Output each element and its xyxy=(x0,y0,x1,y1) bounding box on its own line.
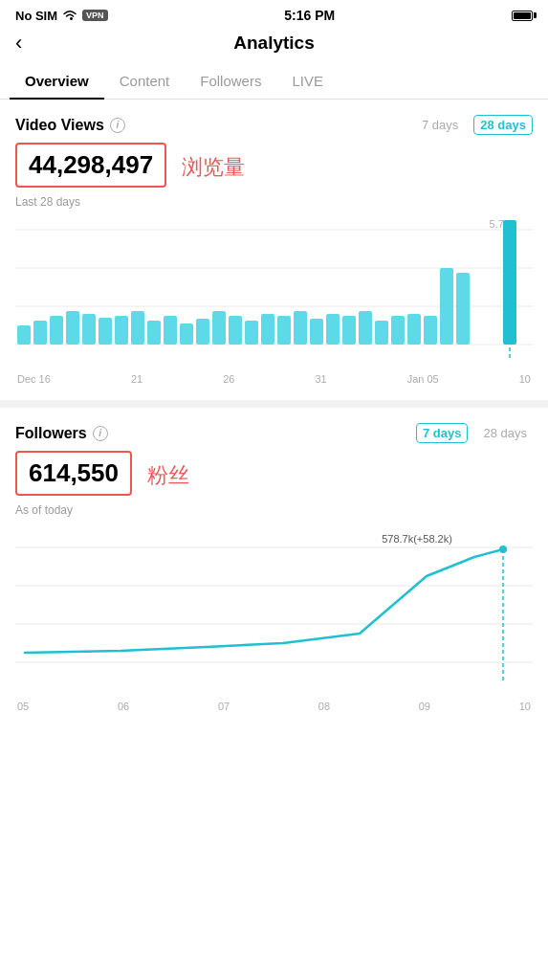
svg-rect-29 xyxy=(407,314,421,345)
tab-content[interactable]: Content xyxy=(104,63,186,99)
video-views-header: Video Views i 7 days 28 days xyxy=(15,115,533,135)
status-bar: No SIM VPN 5:16 PM xyxy=(0,0,548,27)
svg-rect-5 xyxy=(17,325,31,345)
svg-rect-28 xyxy=(391,316,405,345)
x-label-26: 26 xyxy=(223,373,234,385)
x-label-21: 21 xyxy=(131,373,142,385)
followers-line-chart: 578.7k(+58.2k) xyxy=(15,528,533,701)
video-views-period-selector: 7 days 28 days xyxy=(416,115,533,135)
svg-rect-9 xyxy=(82,314,96,345)
svg-rect-15 xyxy=(180,323,193,345)
followers-value-box: 614,550 xyxy=(15,451,132,496)
svg-rect-8 xyxy=(66,311,79,345)
x-label-08: 08 xyxy=(318,701,330,712)
svg-rect-31 xyxy=(440,268,453,345)
followers-sub-label: As of today xyxy=(15,503,533,517)
x-label-dec16: Dec 16 xyxy=(17,373,51,385)
video-views-value: 44,298,497 xyxy=(29,150,153,179)
x-label-09: 09 xyxy=(419,701,430,712)
svg-rect-16 xyxy=(196,319,209,345)
svg-rect-7 xyxy=(50,316,63,345)
svg-rect-32 xyxy=(456,273,470,345)
battery-icon xyxy=(512,11,533,21)
tab-overview[interactable]: Overview xyxy=(10,63,104,99)
status-icons xyxy=(512,11,533,21)
followers-info-icon[interactable]: i xyxy=(93,426,108,441)
vpn-badge: VPN xyxy=(82,10,108,21)
x-label-10: 10 xyxy=(519,373,531,385)
video-views-section: Video Views i 7 days 28 days 44,298,497 … xyxy=(15,115,533,385)
video-views-info-icon[interactable]: i xyxy=(110,118,125,133)
video-views-x-axis: Dec 16 21 26 31 Jan 05 10 xyxy=(15,373,533,385)
svg-rect-18 xyxy=(229,316,242,345)
svg-rect-20 xyxy=(261,314,274,345)
followers-period-selector: 7 days 28 days xyxy=(416,423,533,443)
followers-value: 614,550 xyxy=(29,458,119,487)
tab-followers[interactable]: Followers xyxy=(185,63,276,99)
svg-rect-17 xyxy=(212,311,226,345)
svg-rect-11 xyxy=(115,316,128,345)
video-views-cn-label: 浏览量 xyxy=(182,153,245,182)
followers-header: Followers i 7 days 28 days xyxy=(15,423,533,443)
video-views-title-area: Video Views i xyxy=(15,117,125,134)
followers-cn-label: 粉丝 xyxy=(147,461,189,490)
tabs-bar: Overview Content Followers LIVE xyxy=(0,63,548,100)
back-button[interactable]: ‹ xyxy=(15,31,22,56)
svg-rect-21 xyxy=(277,316,291,345)
video-views-sub-label: Last 28 days xyxy=(15,195,533,209)
svg-rect-13 xyxy=(147,321,161,345)
x-label-10b: 10 xyxy=(519,701,531,712)
status-time: 5:16 PM xyxy=(284,8,335,23)
svg-rect-26 xyxy=(359,311,372,345)
video-views-metric-row: 44,298,497 浏览量 xyxy=(15,143,533,191)
svg-rect-27 xyxy=(375,321,388,345)
svg-rect-10 xyxy=(99,318,112,345)
x-label-07: 07 xyxy=(218,701,230,712)
video-views-bar-chart: 5.7m xyxy=(15,220,533,373)
svg-rect-12 xyxy=(131,311,144,345)
carrier-label: No SIM xyxy=(15,9,57,23)
followers-metric-row: 614,550 粉丝 xyxy=(15,451,533,500)
status-carrier-area: No SIM VPN xyxy=(15,9,108,23)
followers-label: Followers xyxy=(15,425,87,442)
tab-live[interactable]: LIVE xyxy=(276,63,339,99)
x-label-06: 06 xyxy=(118,701,129,712)
battery-fill xyxy=(514,12,531,19)
video-views-28days-btn[interactable]: 28 days xyxy=(473,115,533,135)
video-views-chart: 5.7m xyxy=(15,220,533,385)
svg-point-41 xyxy=(499,546,507,553)
followers-section: Followers i 7 days 28 days 614,550 粉丝 As… xyxy=(15,423,533,712)
video-views-7days-btn[interactable]: 7 days xyxy=(416,116,464,134)
svg-rect-19 xyxy=(245,321,258,345)
svg-text:578.7k(+58.2k): 578.7k(+58.2k) xyxy=(382,533,452,545)
wifi-icon xyxy=(62,10,77,21)
svg-rect-30 xyxy=(424,316,437,345)
video-views-label: Video Views xyxy=(15,117,104,134)
svg-rect-6 xyxy=(33,321,47,345)
video-views-value-box: 44,298,497 xyxy=(15,143,166,188)
x-label-05: 05 xyxy=(17,701,29,712)
x-label-jan05: Jan 05 xyxy=(407,373,439,385)
followers-chart: 578.7k(+58.2k) 05 06 07 08 09 10 xyxy=(15,528,533,712)
followers-x-axis: 05 06 07 08 09 10 xyxy=(15,701,533,712)
svg-rect-22 xyxy=(294,311,307,345)
svg-rect-14 xyxy=(164,316,177,345)
followers-7days-btn[interactable]: 7 days xyxy=(416,423,468,443)
svg-rect-24 xyxy=(326,314,340,345)
svg-rect-25 xyxy=(342,316,356,345)
svg-rect-23 xyxy=(310,319,323,345)
followers-title-area: Followers i xyxy=(15,425,108,442)
nav-header: ‹ Analytics xyxy=(0,27,548,63)
page-title: Analytics xyxy=(233,33,314,54)
followers-28days-btn[interactable]: 28 days xyxy=(477,424,533,442)
section-divider-1 xyxy=(0,400,548,408)
main-content: Video Views i 7 days 28 days 44,298,497 … xyxy=(0,100,548,712)
x-label-31: 31 xyxy=(315,373,326,385)
